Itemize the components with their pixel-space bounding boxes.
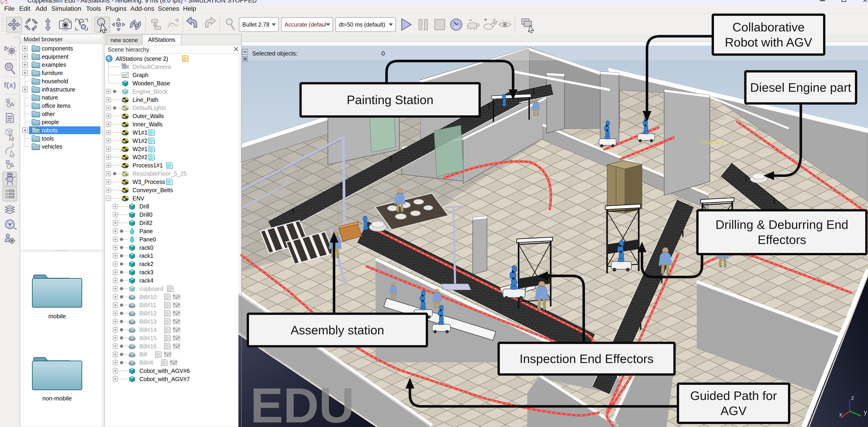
svg-text:f(x): f(x) xyxy=(4,81,16,89)
svg-text:Drill0: Drill0 xyxy=(140,211,152,218)
svg-text:Assembly station: Assembly station xyxy=(290,323,384,337)
svg-text:CoppeliaSim Edu - AllStations: CoppeliaSim Edu - AllStations - renderin… xyxy=(28,0,257,4)
svg-text:Inner_Walls: Inner_Walls xyxy=(132,121,162,127)
svg-text:new scene: new scene xyxy=(111,37,138,43)
svg-text:Outer_Walls: Outer_Walls xyxy=(132,113,164,119)
svg-text:AGV: AGV xyxy=(720,404,746,418)
svg-text:Pane: Pane xyxy=(140,228,153,234)
svg-text:components: components xyxy=(42,45,73,52)
svg-text:robots: robots xyxy=(42,127,58,133)
svg-text:Bill#10: Bill#10 xyxy=(140,294,157,300)
svg-text:Bill#11: Bill#11 xyxy=(140,302,156,308)
svg-text:Plugins: Plugins xyxy=(105,5,127,12)
svg-text:Add: Add xyxy=(35,5,47,12)
svg-text:office items: office items xyxy=(42,102,71,109)
svg-text:Scenes: Scenes xyxy=(158,5,179,12)
svg-text:File: File xyxy=(4,5,14,12)
svg-text:Drill2: Drill2 xyxy=(140,220,152,226)
svg-text:Edit: Edit xyxy=(19,5,30,12)
svg-text:Conveyor_Belts: Conveyor_Belts xyxy=(132,187,173,193)
svg-text:Bill#15: Bill#15 xyxy=(140,335,157,341)
svg-text:x: x xyxy=(839,411,842,418)
svg-text:W2#1: W2#1 xyxy=(132,146,147,152)
svg-text:tools: tools xyxy=(42,135,54,142)
svg-text:0: 0 xyxy=(381,50,385,57)
svg-text:Bill: Bill xyxy=(140,351,147,358)
svg-text:rack3: rack3 xyxy=(140,269,153,275)
svg-text:Cobot_with_AGV#7: Cobot_with_AGV#7 xyxy=(140,376,190,382)
svg-text:Pane0: Pane0 xyxy=(140,236,156,243)
svg-text:W1#2: W1#2 xyxy=(132,138,147,144)
svg-text:Trajectory: Trajectory xyxy=(700,139,724,145)
svg-text:Process1#1: Process1#1 xyxy=(132,162,163,169)
svg-text:Bill#6: Bill#6 xyxy=(140,359,153,366)
svg-text:Wooden_Base: Wooden_Base xyxy=(132,80,170,87)
svg-text:RT: RT xyxy=(455,26,459,29)
svg-text:Bullet 2.78: Bullet 2.78 xyxy=(242,21,269,28)
svg-text:Help: Help xyxy=(183,5,196,12)
svg-text:dt=50 ms (default): dt=50 ms (default) xyxy=(339,21,385,28)
svg-text:Bill#12: Bill#12 xyxy=(140,310,157,316)
svg-text:Selected objects:: Selected objects: xyxy=(252,50,298,57)
svg-text:z: z xyxy=(851,394,854,401)
svg-text:ENV: ENV xyxy=(132,195,145,202)
svg-text:furniture: furniture xyxy=(42,70,63,76)
svg-text:people: people xyxy=(42,119,59,125)
svg-text:Engine_Block: Engine_Block xyxy=(132,88,167,95)
svg-text:W3_Process: W3_Process xyxy=(132,179,165,185)
svg-text:Tools: Tools xyxy=(86,5,101,12)
svg-text:equipment: equipment xyxy=(42,54,68,60)
svg-text:Simulation: Simulation xyxy=(51,5,82,12)
svg-text:DefaultCamera: DefaultCamera xyxy=(132,63,171,70)
svg-text:other: other xyxy=(42,111,55,117)
svg-text:Line_Path: Line_Path xyxy=(132,96,158,103)
svg-text:Inspection End Effectors: Inspection End Effectors xyxy=(520,352,653,366)
svg-text:Model browser: Model browser xyxy=(24,36,63,43)
svg-text:W1#1: W1#1 xyxy=(132,129,147,136)
svg-text:Cobot_with_AGV#6: Cobot_with_AGV#6 xyxy=(140,368,190,374)
svg-text:ResizableFloor_5_25: ResizableFloor_5_25 xyxy=(132,171,187,177)
svg-text:cupboard: cupboard xyxy=(140,285,163,292)
svg-text:Graph: Graph xyxy=(132,72,148,78)
svg-text:vehicles: vehicles xyxy=(42,143,62,150)
svg-text:Robot with AGV: Robot with AGV xyxy=(725,35,812,49)
svg-text:Add-ons: Add-ons xyxy=(130,5,154,12)
svg-text:household: household xyxy=(42,78,68,84)
svg-text:examples: examples xyxy=(42,61,66,68)
svg-text:Drill: Drill xyxy=(140,203,149,210)
svg-text:Bill#14: Bill#14 xyxy=(140,327,157,333)
svg-text:y: y xyxy=(864,409,867,416)
svg-text:Accurate (defaul: Accurate (defaul xyxy=(284,21,326,28)
svg-text:W2#2: W2#2 xyxy=(132,154,147,160)
svg-text:Drilling & Deburring End: Drilling & Deburring End xyxy=(716,218,848,232)
svg-text:Bill#13: Bill#13 xyxy=(140,318,157,325)
svg-text:rack2: rack2 xyxy=(140,261,153,267)
svg-text:Painting Station: Painting Station xyxy=(347,93,433,106)
svg-text:Collaborative: Collaborative xyxy=(732,20,805,34)
svg-text:AllStations: AllStations xyxy=(148,36,175,43)
svg-text:DefaultLights: DefaultLights xyxy=(132,104,166,111)
svg-text:Bill#16: Bill#16 xyxy=(140,343,157,349)
svg-text:Effectors: Effectors xyxy=(757,233,806,246)
svg-text:infrastructure: infrastructure xyxy=(42,86,75,93)
svg-text:Guided Path for: Guided Path for xyxy=(690,389,777,402)
svg-text:EDU: EDU xyxy=(250,378,354,427)
svg-text:AllStations (scene 2): AllStations (scene 2) xyxy=(116,56,168,62)
svg-text:non-mobile: non-mobile xyxy=(42,395,72,402)
svg-text:rack4: rack4 xyxy=(140,277,153,284)
svg-text:rack0: rack0 xyxy=(140,244,153,251)
svg-text:rack1: rack1 xyxy=(140,252,153,259)
svg-text:nature: nature xyxy=(42,94,58,101)
svg-text:Scene hierarchy: Scene hierarchy xyxy=(108,46,149,53)
svg-text:mobile: mobile xyxy=(49,313,66,320)
svg-text:Diesel Engine part: Diesel Engine part xyxy=(750,81,851,94)
